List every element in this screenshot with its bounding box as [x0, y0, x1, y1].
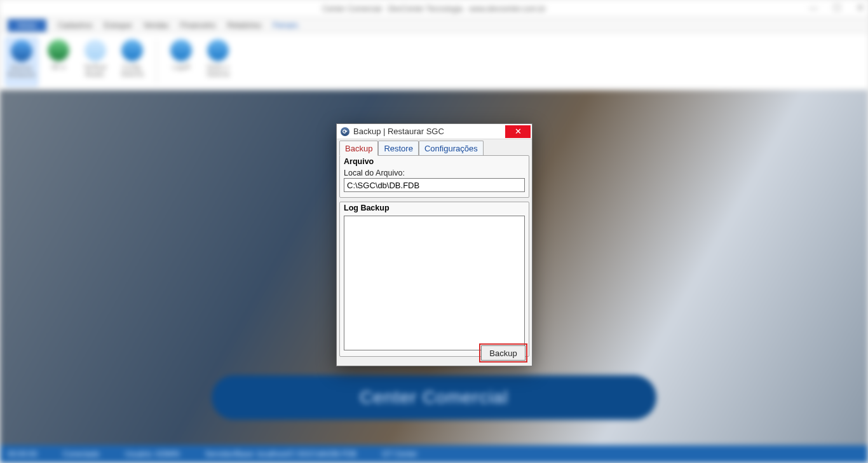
tab-restore[interactable]: Restore [378, 141, 419, 156]
ribbon-label: NF-e [51, 64, 65, 71]
dialog-title: Backup | Restaurar SGC [353, 127, 444, 136]
statusbar: 00:00:00 Conectado Usuário: ADMIN Servid… [0, 445, 868, 463]
status-user: Usuário: ADMIN [125, 450, 180, 459]
status-product: GT Center [382, 450, 417, 459]
menu-item-estoque: Estoque [104, 21, 132, 30]
dialog-footer: Backup [481, 345, 526, 361]
group-arquivo-legend: Arquivo [342, 157, 375, 166]
dialog-tabs: Backup Restore Configurações [337, 139, 532, 156]
ribbon-label: Logoff [172, 64, 190, 71]
menu-item-ferramentas: Ferram. [273, 21, 300, 30]
group-log: Log Backup [339, 202, 529, 357]
ribbon: Backup Restaurar NF-e Verificar Atualiz.… [0, 33, 868, 90]
status-time: 00:00:00 [8, 450, 37, 459]
close-icon: ✕ [515, 127, 522, 136]
status-conn: Conectado [63, 450, 100, 459]
status-server: Servidor/Base: localhost/C:\SGC\db\DB.FD… [205, 450, 356, 459]
minimize-icon: — [809, 3, 818, 13]
dialog-titlebar[interactable]: ⟳ Backup | Restaurar SGC ✕ [337, 124, 532, 139]
local-arquivo-label: Local do Arquivo: [344, 169, 405, 177]
window-controls: — ☐ ✕ [809, 3, 864, 13]
group-log-legend: Log Backup [342, 204, 391, 212]
tab-config[interactable]: Configurações [419, 141, 484, 156]
menu-item-relatorios: Relatórios [227, 21, 262, 30]
db-icon [11, 40, 32, 62]
update-icon [85, 39, 106, 61]
brand-pill: Center Comercial [212, 375, 656, 420]
tab-panel-backup: Arquivo Local do Arquivo: Log Backup [337, 155, 532, 359]
ribbon-logoff: Logoff [165, 37, 198, 86]
group-arquivo: Arquivo Local do Arquivo: [339, 155, 529, 198]
dialog-app-icon: ⟳ [341, 127, 349, 136]
dialog-close-button[interactable]: ✕ [505, 125, 531, 138]
ribbon-separator [156, 39, 157, 84]
menu-item-inicio: Início [8, 19, 46, 32]
brand-logo-text: Center Comercial [360, 387, 508, 408]
ribbon-backup: Backup Restaurar [5, 37, 38, 86]
ribbon-nfe: NF-e [42, 37, 75, 86]
ribbon-label: Config. Sistema [116, 64, 149, 78]
gear-icon [121, 39, 143, 61]
ribbon-label: Sobre o Sistema [201, 64, 234, 78]
log-backup-textarea[interactable] [344, 216, 525, 350]
ribbon-about: Sobre o Sistema [201, 37, 234, 86]
main-title: Center Comercial · DevCenter Tecnologia … [322, 4, 546, 13]
ribbon-config: Config. Sistema [116, 37, 149, 86]
main-titlebar: Center Comercial · DevCenter Tecnologia … [0, 0, 868, 18]
maximize-icon: ☐ [833, 3, 841, 13]
menu-item-cadastros: Cadastros [58, 21, 93, 30]
tab-backup[interactable]: Backup [339, 141, 378, 156]
ribbon-label: Verificar Atualiz. [79, 64, 112, 78]
menu-item-vendas: Vendas [143, 21, 168, 30]
backup-button[interactable]: Backup [481, 345, 526, 361]
menubar: Início Cadastros Estoque Vendas Financei… [0, 18, 868, 33]
close-icon: ✕ [857, 3, 864, 13]
globe-icon [48, 39, 69, 61]
logoff-icon [170, 39, 192, 61]
ribbon-label: Backup Restaurar [6, 64, 37, 78]
info-icon [207, 39, 229, 61]
ribbon-update: Verificar Atualiz. [79, 37, 112, 86]
menu-item-financeiro: Financeiro [180, 21, 215, 30]
file-path-input[interactable] [344, 178, 525, 192]
backup-dialog: ⟳ Backup | Restaurar SGC ✕ Backup Restor… [336, 123, 532, 366]
